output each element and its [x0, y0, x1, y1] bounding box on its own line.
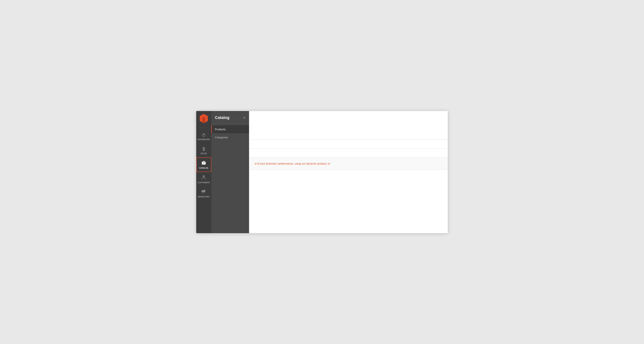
sidebar-item-label-customers: CUSTOMERS [198, 182, 210, 184]
sidebar-item-marketing[interactable]: MARKETING [196, 186, 211, 201]
sidebar-item-catalog[interactable]: CATALOG [196, 157, 211, 172]
customers-icon [202, 175, 206, 181]
marketing-icon [201, 189, 206, 195]
main-content: d of your business' performance, using o… [249, 111, 448, 233]
sidebar-item-label-sales: SALES [200, 152, 207, 154]
catalog-icon [201, 160, 206, 166]
sidebar-item-customers[interactable]: CUSTOMERS [196, 172, 211, 186]
content-bottom [249, 170, 448, 233]
content-section-top [249, 111, 448, 140]
sidebar-item-dashboard[interactable]: ⏱ DASHBOARD [196, 130, 211, 143]
sidebar-divider [199, 128, 208, 128]
submenu-close-button[interactable]: × [243, 116, 246, 120]
submenu-panel: Catalog × Products Categories [211, 111, 249, 233]
performance-section: d of your business' performance, using o… [249, 158, 448, 170]
logo [196, 111, 211, 126]
dashboard-icon: ⏱ [202, 133, 206, 138]
magento-logo-icon [199, 114, 208, 123]
performance-text: d of your business' performance, using o… [255, 162, 330, 165]
content-strip-1 [249, 140, 448, 149]
sidebar: ⏱ DASHBOARD $ SALES CATALOG [196, 111, 211, 233]
submenu-items: Products Categories [211, 124, 249, 143]
sidebar-item-label-catalog: CATALOG [199, 167, 208, 169]
sidebar-item-label-marketing: MARKETING [198, 196, 210, 198]
submenu-header: Catalog × [211, 111, 249, 124]
submenu-item-products[interactable]: Products [211, 125, 249, 133]
svg-point-6 [203, 175, 205, 177]
submenu-title: Catalog [215, 115, 230, 120]
svg-rect-8 [202, 190, 202, 192]
submenu-item-categories[interactable]: Categories [211, 133, 249, 141]
sidebar-item-label-dashboard: DASHBOARD [198, 138, 210, 140]
content-strip-2 [249, 149, 448, 158]
sidebar-item-sales[interactable]: $ SALES [196, 143, 211, 157]
svg-line-9 [202, 192, 203, 194]
app-window: ⏱ DASHBOARD $ SALES CATALOG [196, 111, 448, 233]
svg-rect-5 [203, 163, 204, 164]
sales-icon: $ [202, 146, 205, 152]
